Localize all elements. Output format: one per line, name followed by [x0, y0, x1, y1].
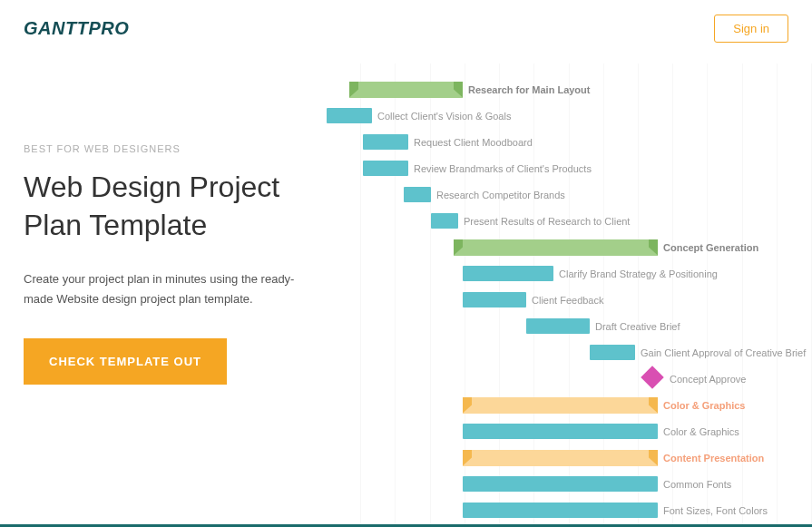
- task-label: Concept Generation: [663, 242, 758, 253]
- group-bar[interactable]: [454, 239, 658, 256]
- task-label: Common Fonts: [663, 479, 731, 490]
- task-bar[interactable]: [463, 424, 658, 439]
- gantt-row: Color & Graphics: [327, 418, 812, 444]
- task-label: Draft Creative Brief: [595, 321, 680, 332]
- group-bar[interactable]: [349, 82, 463, 98]
- signin-button[interactable]: Sign in: [714, 15, 788, 43]
- gantt-row: Present Results of Research to Client: [327, 208, 812, 234]
- gantt-row: Research Competitor Brands: [327, 181, 812, 208]
- page-title: Web Design Project Plan Template: [24, 169, 303, 244]
- gantt-row: Review Brandmarks of Client's Products: [327, 155, 812, 181]
- task-bar[interactable]: [363, 134, 408, 150]
- content: BEST FOR WEB DESIGNERS Web Design Projec…: [0, 63, 812, 527]
- task-bar[interactable]: [463, 476, 658, 492]
- task-label: Color & Graphics: [663, 400, 745, 411]
- task-bar[interactable]: [363, 161, 408, 176]
- gantt-row: Concept Generation: [327, 234, 812, 260]
- gantt-row: Collect Client's Vision & Goals: [327, 102, 812, 129]
- task-bar[interactable]: [463, 292, 526, 307]
- task-label: Font Sizes, Font Colors: [663, 505, 768, 516]
- task-label: Gain Client Approval of Creative Brief: [641, 347, 806, 358]
- gantt-row: Color & Graphics: [327, 392, 812, 418]
- task-label: Collect Client's Vision & Goals: [377, 111, 511, 122]
- task-label: Content Presentation: [663, 453, 764, 464]
- gantt-row: Request Client Moodboard: [327, 129, 812, 155]
- gantt-row: Font Sizes, Font Colors: [327, 497, 812, 523]
- gantt-row: Draft Creative Brief: [327, 313, 812, 339]
- description: Create your project plan in minutes usin…: [24, 269, 303, 309]
- left-panel: BEST FOR WEB DESIGNERS Web Design Projec…: [0, 63, 327, 527]
- task-label: Research for Main Layout: [468, 84, 590, 95]
- task-label: Research Competitor Brands: [436, 190, 565, 200]
- task-label: Client Feedback: [532, 295, 604, 306]
- gantt-row: Research for Main Layout: [327, 76, 812, 102]
- task-label: Review Brandmarks of Client's Products: [414, 163, 592, 174]
- task-label: Clarify Brand Strategy & Positioning: [559, 268, 718, 279]
- task-label: Color & Graphics: [663, 426, 739, 437]
- task-bar[interactable]: [526, 318, 590, 334]
- gantt-row: Content Presentation: [327, 444, 812, 471]
- gantt-row: Concept Approve: [327, 366, 812, 392]
- task-label: Request Client Moodboard: [414, 137, 533, 148]
- header: GANTTPRO Sign in: [0, 0, 812, 43]
- eyebrow: BEST FOR WEB DESIGNERS: [24, 143, 303, 154]
- gantt-row: Common Fonts: [327, 471, 812, 497]
- group-bar[interactable]: [463, 450, 658, 466]
- task-bar[interactable]: [463, 503, 658, 518]
- task-label: Present Results of Research to Client: [464, 216, 630, 227]
- group-bar[interactable]: [463, 397, 658, 414]
- task-label: Concept Approve: [670, 374, 746, 385]
- task-bar[interactable]: [463, 266, 553, 281]
- gantt-row: Clarify Brand Strategy & Positioning: [327, 260, 812, 287]
- task-bar[interactable]: [404, 187, 431, 202]
- gantt-chart: Research for Main Layout Collect Client'…: [327, 63, 812, 527]
- cta-button[interactable]: CHECK TEMPLATE OUT: [24, 338, 227, 385]
- gantt-row: Gain Client Approval of Creative Brief: [327, 339, 812, 366]
- milestone-icon[interactable]: [641, 366, 663, 388]
- gantt-row: Client Feedback: [327, 287, 812, 313]
- task-bar[interactable]: [431, 213, 458, 229]
- logo[interactable]: GANTTPRO: [24, 18, 129, 39]
- task-bar[interactable]: [590, 345, 635, 360]
- task-bar[interactable]: [327, 108, 372, 123]
